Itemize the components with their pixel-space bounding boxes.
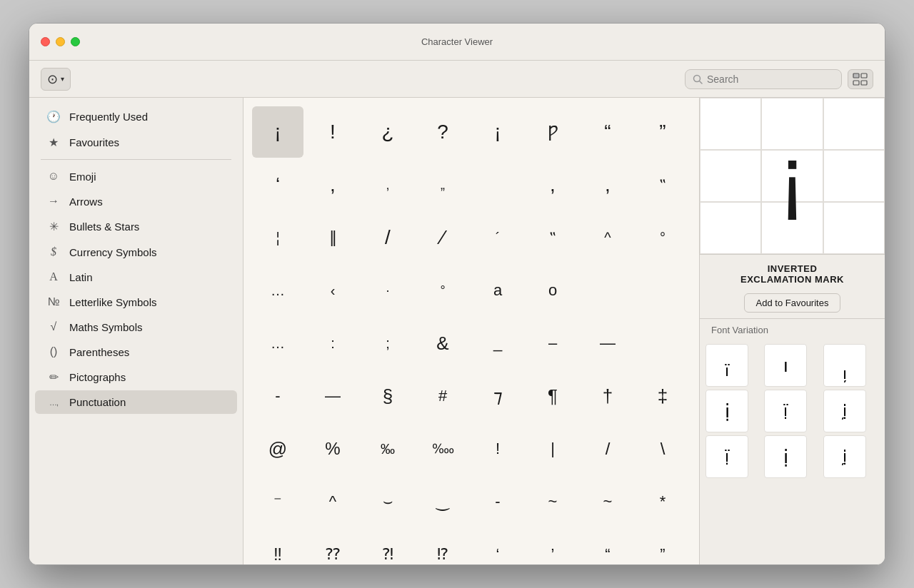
- sidebar-item-maths[interactable]: √ Maths Symbols: [35, 315, 237, 339]
- char-cell[interactable]: ‟: [527, 212, 578, 263]
- char-cell[interactable]: ¦: [252, 212, 303, 263]
- emoji-picker-button[interactable]: ⊙ ▾: [41, 68, 71, 91]
- char-cell[interactable]: ¿: [362, 106, 413, 158]
- char-cell[interactable]: ‼: [252, 529, 303, 564]
- char-cell[interactable]: ⁇: [307, 529, 358, 564]
- char-cell[interactable]: ‡: [637, 370, 688, 422]
- font-var-cell[interactable]: ị: [764, 435, 807, 478]
- char-cell[interactable]: [637, 318, 688, 369]
- char-cell[interactable]: @: [252, 423, 303, 475]
- char-cell[interactable]: §: [362, 370, 413, 422]
- char-cell[interactable]: ¡: [252, 106, 303, 158]
- char-cell[interactable]: ⁈: [362, 529, 413, 564]
- char-cell[interactable]: !: [472, 423, 523, 475]
- font-var-cell[interactable]: ị̦: [823, 390, 866, 432]
- char-cell[interactable]: ^: [307, 476, 358, 527]
- sidebar-item-bullets-stars[interactable]: ✳ Bullets & Stars: [35, 214, 237, 239]
- view-toggle-button[interactable]: [848, 69, 873, 89]
- char-cell[interactable]: :: [307, 318, 358, 369]
- char-cell[interactable]: o: [527, 265, 578, 316]
- char-cell[interactable]: ‚: [362, 159, 413, 211]
- char-cell[interactable]: ~: [582, 476, 633, 527]
- sidebar-item-favourites[interactable]: ★ Favourites: [35, 130, 237, 155]
- char-cell[interactable]: °: [637, 212, 688, 263]
- char-cell[interactable]: —: [307, 370, 358, 422]
- sidebar-item-pictographs[interactable]: ✏ Pictographs: [35, 365, 237, 390]
- sidebar-item-latin[interactable]: A Latin: [35, 265, 237, 289]
- search-input[interactable]: [707, 74, 834, 85]
- char-cell[interactable]: ’: [527, 529, 578, 564]
- char-cell[interactable]: &: [417, 318, 468, 369]
- char-cell[interactable]: ‟: [637, 159, 688, 211]
- font-var-cell[interactable]: ı: [764, 344, 807, 387]
- font-var-cell[interactable]: ị̈: [705, 435, 748, 478]
- char-cell[interactable]: ⌣: [362, 476, 413, 527]
- minimize-button[interactable]: [56, 37, 65, 46]
- char-cell[interactable]: ‖: [307, 212, 358, 263]
- char-cell[interactable]: „: [417, 159, 468, 211]
- sidebar-item-currency[interactable]: $ Currency Symbols: [35, 240, 237, 264]
- char-cell[interactable]: ‐: [472, 476, 523, 527]
- char-cell[interactable]: ¡: [472, 106, 523, 158]
- char-cell[interactable]: !: [307, 106, 358, 158]
- char-cell[interactable]: ‘: [472, 529, 523, 564]
- char-cell[interactable]: ‱: [417, 423, 468, 475]
- char-cell[interactable]: ,: [527, 159, 578, 211]
- char-cell[interactable]: ;: [362, 318, 413, 369]
- char-cell[interactable]: ´: [472, 212, 523, 263]
- close-button[interactable]: [41, 37, 50, 46]
- sidebar-item-letterlike[interactable]: № Letterlike Symbols: [35, 290, 237, 314]
- font-var-cell[interactable]: ı̈: [705, 344, 748, 387]
- font-var-cell[interactable]: ị̦: [823, 435, 866, 478]
- char-cell[interactable]: —: [582, 318, 633, 369]
- char-cell[interactable]: ·: [362, 265, 413, 316]
- char-cell[interactable]: ”: [637, 529, 688, 564]
- char-cell[interactable]: …: [252, 318, 303, 369]
- char-cell[interactable]: ‘: [252, 159, 303, 211]
- char-cell[interactable]: …: [252, 265, 303, 316]
- add-to-favourites-button[interactable]: Add to Favourites: [744, 293, 841, 313]
- char-cell[interactable]: /: [582, 423, 633, 475]
- char-cell[interactable]: *: [637, 476, 688, 527]
- char-cell[interactable]: ,: [307, 159, 358, 211]
- char-cell[interactable]: /: [362, 212, 413, 263]
- font-var-cell[interactable]: ı̦: [823, 344, 866, 387]
- char-cell[interactable]: ⁉: [417, 529, 468, 564]
- char-cell[interactable]: ?: [417, 106, 468, 158]
- sidebar-item-punctuation[interactable]: …, Punctuation: [35, 390, 237, 414]
- char-cell[interactable]: ⁄: [417, 212, 468, 263]
- char-cell[interactable]: ‿: [417, 476, 468, 527]
- char-cell[interactable]: |: [527, 423, 578, 475]
- char-cell[interactable]: –: [527, 318, 578, 369]
- font-var-cell[interactable]: ị̈: [764, 390, 807, 432]
- sidebar-item-parentheses[interactable]: () Parentheses: [35, 340, 237, 364]
- char-cell[interactable]: %: [307, 423, 358, 475]
- char-cell[interactable]: ⁊: [472, 370, 523, 422]
- char-cell[interactable]: “: [582, 529, 633, 564]
- char-cell[interactable]: _: [472, 318, 523, 369]
- char-cell[interactable]: ~: [527, 476, 578, 527]
- char-cell[interactable]: \: [637, 423, 688, 475]
- char-cell[interactable]: ¶: [527, 370, 578, 422]
- char-cell[interactable]: ,: [582, 159, 633, 211]
- char-cell[interactable]: ‰: [362, 423, 413, 475]
- char-cell[interactable]: ‐: [252, 370, 303, 422]
- char-cell[interactable]: [637, 265, 688, 316]
- font-var-cell[interactable]: ị: [705, 390, 748, 432]
- char-cell[interactable]: Ƿ: [527, 106, 578, 158]
- char-cell[interactable]: #: [417, 370, 468, 422]
- char-cell[interactable]: ‹: [307, 265, 358, 316]
- char-cell[interactable]: ^: [582, 212, 633, 263]
- char-cell[interactable]: a: [472, 265, 523, 316]
- sidebar-item-frequently-used[interactable]: 🕐 Frequently Used: [35, 104, 237, 129]
- char-cell[interactable]: ”: [637, 106, 688, 158]
- sidebar-item-emoji[interactable]: ☺ Emoji: [35, 164, 237, 188]
- sidebar-item-arrows[interactable]: → Arrows: [35, 189, 237, 213]
- maximize-button[interactable]: [71, 37, 80, 46]
- char-cell[interactable]: [582, 265, 633, 316]
- char-cell[interactable]: ⁻: [252, 476, 303, 527]
- char-cell[interactable]: †: [582, 370, 633, 422]
- char-cell[interactable]: °: [417, 265, 468, 316]
- char-cell[interactable]: [472, 159, 523, 211]
- char-cell[interactable]: “: [582, 106, 633, 158]
